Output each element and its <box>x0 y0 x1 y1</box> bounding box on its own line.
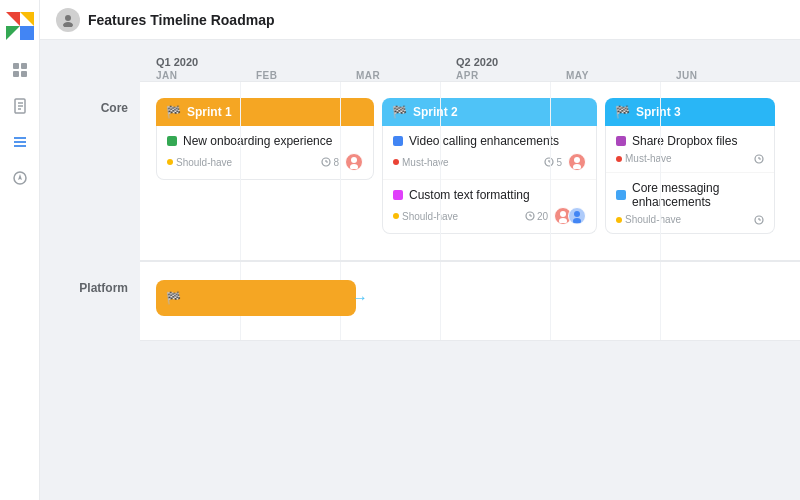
feature-dot-onboarding <box>167 136 177 146</box>
q2-months: APR MAY JUN <box>456 70 786 81</box>
svg-point-28 <box>573 164 581 169</box>
svg-point-18 <box>63 22 73 27</box>
priority-dot-dropbox <box>616 156 622 162</box>
sidebar <box>0 0 40 500</box>
sprint-3-name: Sprint 3 <box>636 105 681 119</box>
feature-meta-dropbox: Must-have <box>616 153 764 164</box>
sprint-1-flag-icon: 🏁 <box>166 105 181 119</box>
svg-marker-0 <box>6 12 20 26</box>
timeline-wrapper[interactable]: Q1 2020 JAN FEB MAR Q2 2020 APR MAY JUN … <box>40 40 800 500</box>
grid-line-3 <box>440 82 441 260</box>
meta-right-messaging <box>754 215 764 225</box>
feature-dot-text-formatting <box>393 190 403 200</box>
user-avatar <box>56 8 80 32</box>
platform-sprint-flag-icon: 🏁 <box>166 291 181 305</box>
svg-point-34 <box>574 211 580 217</box>
meta-right-text-formatting: 20 <box>525 207 586 225</box>
feature-name-messaging: Core messaging enhancements <box>616 181 764 209</box>
priority-dot-video <box>393 159 399 165</box>
platform-sprint-bar[interactable]: 🏁 → <box>156 280 356 316</box>
sidebar-grid-icon[interactable] <box>6 56 34 84</box>
timeline-header: Q1 2020 JAN FEB MAR Q2 2020 APR MAY JUN <box>140 56 800 81</box>
priority-onboarding: Should-have <box>167 157 232 168</box>
feature-dot-messaging <box>616 190 626 200</box>
topbar: Features Timeline Roadmap <box>40 0 800 40</box>
svg-marker-3 <box>20 26 34 40</box>
platform-content: 🏁 → <box>140 261 800 341</box>
feature-name-onboarding: New onboarding experience <box>167 134 363 148</box>
feature-item-messaging[interactable]: Core messaging enhancements Should-have <box>606 173 774 233</box>
sprint-2-card: 🏁 Sprint 2 Video calling enhancements <box>382 98 597 248</box>
priority-dot-messaging <box>616 217 622 223</box>
svg-point-17 <box>65 15 71 21</box>
platform-label: Platform <box>40 261 140 295</box>
meta-right-onboarding: 8 <box>321 153 363 171</box>
app-logo[interactable] <box>6 12 34 40</box>
feature-meta-onboarding: Should-have 8 <box>167 153 363 171</box>
meta-right-dropbox <box>754 154 764 164</box>
svg-point-23 <box>350 164 358 169</box>
avatar-onboarding-1 <box>345 153 363 171</box>
count-video: 5 <box>544 157 562 168</box>
platform-grid-4 <box>550 262 551 340</box>
sprint-2-name: Sprint 2 <box>413 105 458 119</box>
month-jun: JUN <box>676 70 786 81</box>
svg-point-22 <box>351 157 357 163</box>
count-text-formatting: 20 <box>525 211 548 222</box>
sprint-2-flag-icon: 🏁 <box>392 105 407 119</box>
core-label: Core <box>40 81 140 115</box>
sidebar-file-icon[interactable] <box>6 92 34 120</box>
quarter-q1: Q1 2020 JAN FEB MAR <box>156 56 456 81</box>
svg-rect-6 <box>13 71 19 77</box>
core-row: Core 🏁 Sprint 1 <box>40 81 800 261</box>
sidebar-compass-icon[interactable] <box>6 164 34 192</box>
svg-point-33 <box>559 218 567 223</box>
svg-marker-16 <box>18 174 22 180</box>
svg-marker-1 <box>20 12 34 26</box>
svg-point-32 <box>560 211 566 217</box>
avatar-tf-2 <box>568 207 586 225</box>
priority-dot-text-formatting <box>393 213 399 219</box>
month-may: MAY <box>566 70 676 81</box>
grid-line-2 <box>340 82 341 260</box>
feature-item-video[interactable]: Video calling enhancements Must-have <box>383 126 596 180</box>
sprint-2-items: Video calling enhancements Must-have <box>382 126 597 234</box>
feature-meta-text-formatting: Should-have 20 <box>393 207 586 225</box>
sidebar-list-icon[interactable] <box>6 128 34 156</box>
svg-point-27 <box>574 157 580 163</box>
sprint-3-items: Share Dropbox files Must-have <box>605 126 775 234</box>
platform-grid-5 <box>660 262 661 340</box>
svg-rect-7 <box>21 71 27 77</box>
q1-label: Q1 2020 <box>156 56 456 70</box>
month-feb: FEB <box>256 70 356 81</box>
feature-item-dropbox[interactable]: Share Dropbox files Must-have <box>606 126 774 173</box>
avatar-video-1 <box>568 153 586 171</box>
priority-dropbox: Must-have <box>616 153 672 164</box>
sprint-1-card: 🏁 Sprint 1 New onboarding experience <box>156 98 374 248</box>
feature-name-text-formatting: Custom text formatting <box>393 188 586 202</box>
svg-rect-5 <box>21 63 27 69</box>
grid-line-4 <box>550 82 551 260</box>
feature-name-dropbox: Share Dropbox files <box>616 134 764 148</box>
sprint-2-header: 🏁 Sprint 2 <box>382 98 597 126</box>
avatars-onboarding <box>345 153 363 171</box>
q1-months: JAN FEB MAR <box>156 70 456 81</box>
feature-item-text-formatting[interactable]: Custom text formatting Should-have <box>383 180 596 233</box>
feature-name-video: Video calling enhancements <box>393 134 586 148</box>
avatars-video <box>568 153 586 171</box>
svg-point-35 <box>573 218 581 223</box>
priority-text-formatting: Should-have <box>393 211 458 222</box>
sprint-1-items: New onboarding experience Should-have <box>156 126 374 180</box>
month-mar: MAR <box>356 70 456 81</box>
svg-rect-4 <box>13 63 19 69</box>
sprint-1-name: Sprint 1 <box>187 105 232 119</box>
q2-label: Q2 2020 <box>456 56 786 70</box>
core-content: 🏁 Sprint 1 New onboarding experience <box>140 81 800 261</box>
sprint-3-header: 🏁 Sprint 3 <box>605 98 775 126</box>
grid-line-5 <box>660 82 661 260</box>
main-content: Features Timeline Roadmap Q1 2020 JAN FE… <box>40 0 800 500</box>
month-apr: APR <box>456 70 566 81</box>
svg-marker-2 <box>6 26 20 40</box>
feature-meta-video: Must-have 5 <box>393 153 586 171</box>
platform-sprint-arrow: → <box>352 289 368 307</box>
